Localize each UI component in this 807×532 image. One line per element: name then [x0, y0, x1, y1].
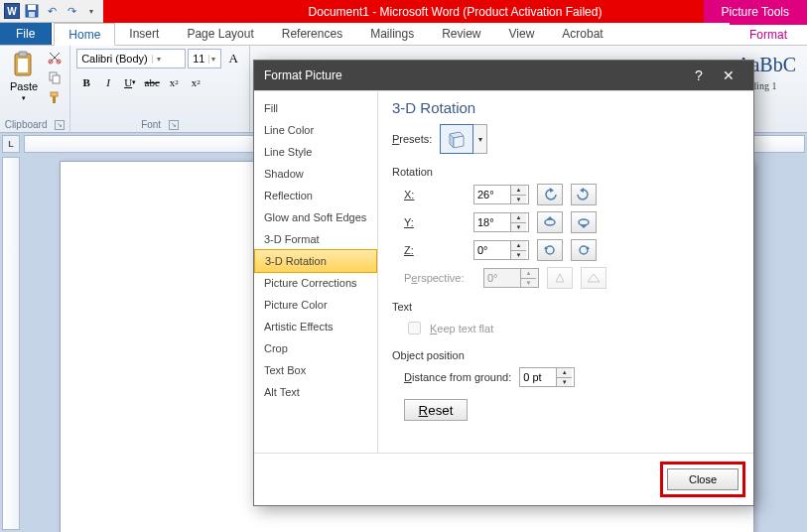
tab-references-label: References — [282, 27, 342, 41]
nav-line-color-label: Line Color — [264, 124, 314, 136]
format-painter-button[interactable] — [46, 88, 64, 106]
distance-input[interactable] — [520, 371, 556, 383]
dialog-titlebar[interactable]: Format Picture ? ✕ — [254, 61, 753, 90]
nav-line-color[interactable]: Line Color — [254, 119, 377, 141]
nav-text-box[interactable]: Text Box — [254, 359, 377, 381]
vertical-ruler[interactable] — [2, 157, 20, 530]
tab-references[interactable]: References — [268, 23, 356, 45]
help-button[interactable]: ? — [684, 61, 714, 90]
tab-view[interactable]: View — [495, 23, 549, 45]
x-input[interactable] — [474, 189, 510, 200]
down-arrow-icon[interactable]: ▼ — [557, 378, 572, 387]
subscript-button[interactable]: x2 — [164, 72, 184, 92]
tab-mailings[interactable]: Mailings — [356, 23, 428, 45]
up-arrow-icon[interactable]: ▲ — [511, 186, 526, 196]
font-name-combo[interactable]: Calibri (Body)▾ — [76, 49, 186, 68]
y-spinner[interactable]: ▲▼ — [473, 212, 529, 232]
distance-spinner[interactable]: ▲▼ — [519, 367, 575, 387]
tab-page-layout[interactable]: Page Layout — [173, 23, 267, 45]
rotate-x-right-button[interactable] — [571, 184, 597, 205]
dialog-launcher-icon[interactable]: ↘ — [55, 120, 65, 130]
preset-dropdown[interactable]: ▾ — [473, 124, 487, 154]
bold-button[interactable]: B — [76, 72, 96, 92]
rotate-x-left-button[interactable] — [537, 184, 563, 205]
nav-fill[interactable]: Fill — [254, 97, 377, 119]
up-arrow-icon[interactable]: ▲ — [511, 213, 526, 223]
reset-button[interactable]: Reset — [404, 399, 468, 421]
nav-crop[interactable]: Crop — [254, 337, 377, 359]
group-font-label: Font — [141, 119, 161, 130]
x-spinner[interactable]: ▲▼ — [473, 185, 529, 204]
cut-button[interactable] — [46, 49, 64, 66]
chevron-down-icon[interactable]: ▾ — [208, 55, 216, 64]
grow-font-button[interactable]: A — [223, 49, 243, 68]
z-input[interactable] — [474, 244, 510, 256]
close-icon[interactable]: ✕ — [714, 61, 743, 90]
save-icon[interactable] — [24, 3, 40, 19]
app-icon[interactable]: W — [4, 3, 20, 19]
nav-crop-label: Crop — [264, 342, 288, 354]
nav-shadow[interactable]: Shadow — [254, 163, 377, 185]
down-arrow-icon[interactable]: ▼ — [511, 251, 526, 260]
close-button[interactable]: Close — [667, 468, 739, 490]
dialog-launcher-icon[interactable]: ↘ — [169, 120, 179, 130]
z-spinner[interactable]: ▲▼ — [473, 240, 529, 260]
svg-rect-4 — [19, 52, 27, 57]
down-arrow-icon[interactable]: ▼ — [511, 223, 526, 232]
nav-reflection-label: Reflection — [264, 190, 313, 201]
qat-more-icon[interactable]: ▾ — [83, 3, 99, 19]
tab-format[interactable]: Format — [730, 23, 807, 45]
font-size-value: 11 — [193, 53, 204, 65]
tab-acrobat[interactable]: Acrobat — [548, 23, 616, 45]
up-arrow-icon[interactable]: ▲ — [511, 241, 526, 251]
svg-point-12 — [545, 219, 555, 225]
down-arrow-icon[interactable]: ▼ — [511, 196, 526, 204]
superscript-button[interactable]: x2 — [186, 72, 205, 92]
copy-button[interactable] — [46, 68, 64, 86]
up-arrow-icon[interactable]: ▲ — [557, 368, 572, 378]
perspective-narrow-button — [547, 267, 573, 289]
y-input[interactable] — [474, 216, 510, 228]
nav-3d-rotation[interactable]: 3-D Rotation — [254, 249, 377, 273]
font-size-combo[interactable]: 11▾ — [188, 49, 221, 68]
paste-button[interactable]: Paste ▾ — [6, 49, 42, 104]
nav-glow-label: Glow and Soft Edges — [264, 211, 366, 223]
rotate-z-ccw-button[interactable] — [537, 239, 563, 261]
redo-icon[interactable]: ↷ — [64, 3, 79, 19]
perspective-wide-button — [581, 267, 606, 289]
tab-insert[interactable]: Insert — [115, 23, 173, 45]
perspective-spinner: ▲▼ — [483, 268, 539, 288]
svg-rect-2 — [29, 12, 35, 17]
nav-picture-color-label: Picture Color — [264, 299, 328, 311]
down-arrow-icon: ▼ — [521, 279, 536, 288]
nav-picture-corrections[interactable]: Picture Corrections — [254, 272, 377, 294]
nav-fill-label: Fill — [264, 102, 278, 114]
quick-access-toolbar: W ↶ ↷ ▾ — [0, 0, 103, 23]
tab-home[interactable]: Home — [54, 23, 115, 46]
nav-picture-color[interactable]: Picture Color — [254, 294, 377, 316]
ruler-corner[interactable]: L — [2, 135, 20, 153]
rotate-y-down-button[interactable] — [571, 211, 597, 233]
tab-file[interactable]: File — [0, 23, 52, 45]
dialog-heading: 3-D Rotation — [392, 99, 740, 116]
nav-reflection[interactable]: Reflection — [254, 185, 377, 206]
strikethrough-button[interactable]: abc — [142, 72, 162, 92]
nav-alt-text[interactable]: Alt Text — [254, 381, 377, 403]
preset-button[interactable] — [440, 124, 473, 154]
perspective-input — [484, 272, 520, 284]
nav-3d-format[interactable]: 3-D Format — [254, 228, 377, 250]
nav-glow[interactable]: Glow and Soft Edges — [254, 206, 377, 228]
nav-line-style[interactable]: Line Style — [254, 141, 377, 163]
tab-format-label: Format — [749, 28, 787, 42]
underline-button[interactable]: U▾ — [120, 72, 140, 92]
nav-artistic-effects[interactable]: Artistic Effects — [254, 316, 377, 337]
rotate-y-up-button[interactable] — [537, 211, 563, 233]
tab-review[interactable]: Review — [428, 23, 494, 45]
rotate-z-cw-button[interactable] — [571, 239, 597, 261]
italic-button[interactable]: I — [98, 72, 118, 92]
group-clipboard-label: Clipboard — [5, 119, 48, 130]
undo-icon[interactable]: ↶ — [44, 3, 60, 19]
chevron-down-icon[interactable]: ▾ — [152, 55, 166, 64]
tab-home-label: Home — [68, 28, 100, 42]
nav-3d-rotation-label: 3-D Rotation — [265, 255, 327, 267]
